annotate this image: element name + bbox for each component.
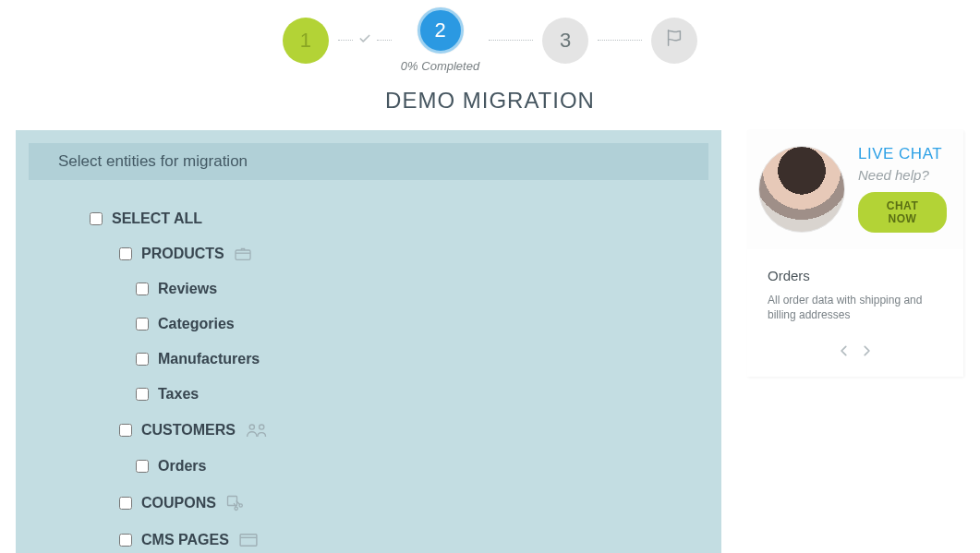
step-1[interactable]: 1	[283, 18, 329, 64]
step-3[interactable]: 3	[542, 18, 588, 64]
select-all-checkbox[interactable]	[90, 212, 103, 225]
taxes-checkbox[interactable]	[136, 388, 149, 401]
flag-icon	[664, 28, 684, 54]
info-desc: All order data with shipping and billing…	[768, 293, 943, 322]
reviews-row[interactable]: Reviews	[136, 282, 721, 296]
step-2-wrap: 2 0% Completed	[401, 7, 479, 73]
info-card: Orders All order data with shipping and …	[747, 249, 963, 377]
completed-label: 0% Completed	[401, 59, 479, 73]
categories-label: Categories	[158, 317, 235, 331]
avatar	[758, 146, 845, 233]
scissors-icon	[225, 494, 244, 512]
step-final-wrap	[651, 18, 697, 64]
orders-checkbox[interactable]	[136, 460, 149, 473]
chevron-right-icon	[860, 341, 873, 361]
sidebar: LIVE CHAT Need help? CHAT NOW Orders All…	[747, 130, 963, 377]
cmspages-label: CMS PAGES	[141, 533, 229, 547]
svg-point-2	[260, 425, 264, 429]
connector-2-3	[479, 18, 542, 64]
entities-panel: Select entities for migration SELECT ALL…	[16, 130, 721, 553]
cmspages-row[interactable]: CMS PAGES	[119, 533, 721, 547]
step-2[interactable]: 2	[417, 7, 464, 54]
connector-1-2	[329, 18, 401, 64]
progress-stepper: 1 2 0% Completed 3	[0, 0, 980, 73]
select-all-label: SELECT ALL	[112, 211, 202, 226]
connector-3-final	[588, 18, 651, 64]
chat-meta: LIVE CHAT Need help? CHAT NOW	[858, 145, 947, 233]
connector-line	[338, 40, 353, 41]
svg-rect-3	[227, 497, 236, 506]
svg-point-4	[235, 507, 237, 510]
live-chat-card: LIVE CHAT Need help? CHAT NOW	[747, 130, 963, 249]
chevron-left-icon	[838, 341, 851, 361]
customers-children: Orders	[119, 459, 721, 474]
customers-label: CUSTOMERS	[141, 423, 236, 438]
panel-heading: Select entities for migration	[29, 143, 708, 180]
products-label: PRODUCTS	[141, 246, 224, 261]
categories-checkbox[interactable]	[136, 318, 149, 331]
pager-next[interactable]	[860, 341, 873, 362]
reviews-checkbox[interactable]	[136, 283, 149, 295]
reviews-label: Reviews	[158, 282, 217, 296]
pager	[768, 341, 943, 362]
page-title: DEMO MIGRATION	[0, 88, 980, 114]
window-icon	[238, 533, 259, 547]
connector-line	[489, 40, 533, 41]
taxes-row[interactable]: Taxes	[136, 387, 721, 402]
manufacturers-checkbox[interactable]	[136, 353, 149, 366]
products-children: Reviews Categories Manufacturers Taxes	[119, 282, 721, 402]
main-columns: Select entities for migration SELECT ALL…	[0, 130, 980, 553]
manufacturers-row[interactable]: Manufacturers	[136, 352, 721, 367]
customers-row[interactable]: CUSTOMERS	[119, 422, 721, 439]
orders-label: Orders	[158, 459, 206, 474]
select-all-row[interactable]: SELECT ALL	[90, 211, 721, 226]
live-chat-title: LIVE CHAT	[858, 145, 942, 163]
step-1-wrap: 1	[283, 18, 329, 64]
categories-row[interactable]: Categories	[136, 317, 721, 331]
products-checkbox[interactable]	[119, 247, 132, 260]
info-title: Orders	[768, 268, 943, 283]
orders-row[interactable]: Orders	[136, 459, 721, 474]
coupons-label: COUPONS	[141, 496, 216, 511]
products-row[interactable]: PRODUCTS	[119, 246, 721, 261]
step-3-wrap: 3	[542, 18, 588, 64]
box-icon	[234, 246, 252, 261]
step-final[interactable]	[651, 18, 697, 64]
coupons-checkbox[interactable]	[119, 497, 132, 510]
chat-now-button[interactable]: CHAT NOW	[858, 192, 947, 233]
people-icon	[245, 422, 269, 439]
customers-checkbox[interactable]	[119, 424, 132, 437]
taxes-label: Taxes	[158, 387, 199, 402]
sidebar-card: LIVE CHAT Need help? CHAT NOW Orders All…	[747, 130, 963, 377]
svg-rect-0	[236, 250, 250, 259]
checkmark-icon	[358, 32, 371, 48]
connector-line	[598, 40, 642, 41]
pager-prev[interactable]	[838, 341, 851, 362]
connector-line	[377, 40, 392, 41]
manufacturers-label: Manufacturers	[158, 352, 260, 367]
cmspages-checkbox[interactable]	[119, 534, 132, 547]
group-level-1: PRODUCTS Reviews Categories	[90, 246, 721, 547]
live-chat-sub: Need help?	[858, 167, 929, 183]
entities-tree: SELECT ALL PRODUCTS Reviews	[16, 184, 721, 547]
svg-point-1	[249, 425, 254, 429]
svg-rect-6	[240, 535, 257, 546]
coupons-row[interactable]: COUPONS	[119, 494, 721, 512]
